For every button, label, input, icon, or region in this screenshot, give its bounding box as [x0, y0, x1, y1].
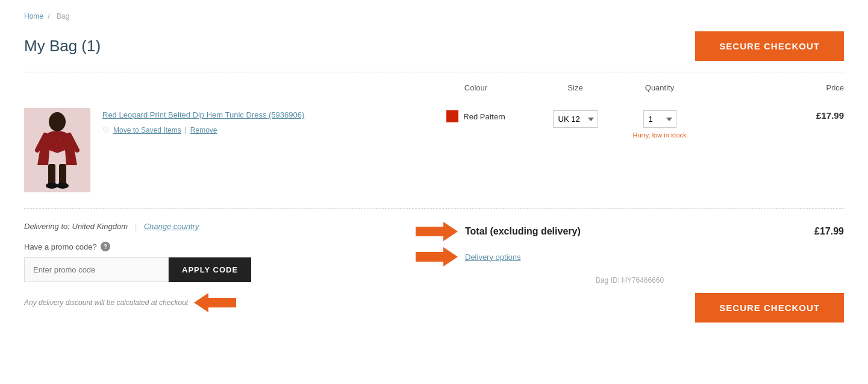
promo-label-text: Have a promo code? — [24, 242, 97, 251]
page-wrapper: Home / Bag My Bag (1) SECURE CHECKOUT Co… — [0, 0, 868, 347]
arrow-left-icon — [194, 293, 236, 312]
product-image — [24, 108, 90, 192]
svg-point-4 — [50, 149, 52, 151]
remove-link[interactable]: Remove — [190, 126, 217, 134]
item-details: Red Leopard Print Belted Dip Hem Tunic D… — [102, 108, 416, 134]
promo-code-input[interactable] — [24, 257, 169, 282]
bottom-section: Delivering to: United Kingdom | Change c… — [24, 222, 844, 323]
size-column: UK 6 UK 8 UK 10 UK 12 UK 14 UK 16 — [536, 108, 614, 128]
arrow-right-icon-total — [416, 222, 458, 241]
svg-marker-10 — [194, 293, 236, 312]
secure-checkout-button-bottom[interactable]: SECURE CHECKOUT — [695, 293, 844, 323]
svg-point-0 — [49, 112, 66, 131]
action-separator: | — [185, 126, 187, 134]
quantity-column: 1 2 3 4 5 Hurry, low in stock — [614, 108, 705, 139]
apply-code-button[interactable]: APPLY CODE — [169, 257, 251, 282]
colour-swatch — [446, 110, 458, 122]
colour-name: Red Pattern — [463, 112, 505, 121]
top-divider — [24, 72, 844, 72]
low-stock-message: Hurry, low in stock — [632, 131, 686, 139]
svg-rect-7 — [59, 164, 66, 185]
heart-icon: ♡ — [102, 125, 110, 134]
delivering-to-label: Delivering to: — [24, 222, 70, 231]
size-select[interactable]: UK 6 UK 8 UK 10 UK 12 UK 14 UK 16 — [553, 110, 598, 128]
promo-help-icon[interactable]: ? — [101, 242, 110, 251]
svg-marker-11 — [416, 222, 458, 241]
arrow-right-icon-delivery — [416, 247, 458, 266]
item-name[interactable]: Red Leopard Print Belted Dip Hem Tunic D… — [102, 110, 416, 119]
move-to-saved-link[interactable]: Move to Saved Items — [113, 126, 181, 134]
bag-id: Bag ID: HY76466660 — [416, 276, 844, 285]
header-row: My Bag (1) SECURE CHECKOUT — [24, 31, 844, 61]
price-column: £17.99 — [705, 108, 844, 121]
product-column: Red Leopard Print Belted Dip Hem Tunic D… — [24, 108, 416, 192]
pipe-separator: | — [135, 222, 137, 231]
right-section: Total (excluding delivery) £17.99 Delive… — [416, 222, 844, 323]
item-actions: ♡ Move to Saved Items | Remove — [102, 125, 416, 134]
promo-label: Have a promo code? ? — [24, 242, 416, 251]
delivery-discount-text: Any delivery discount will be calculated… — [24, 298, 188, 307]
promo-row: APPLY CODE — [24, 257, 416, 282]
breadcrumb: Home / Bag — [24, 12, 844, 20]
total-label: Total (excluding delivery) — [465, 226, 581, 237]
delivery-options-row: Delivery options — [416, 247, 844, 266]
delivery-discount-note: Any delivery discount will be calculated… — [24, 293, 416, 312]
secure-checkout-button-top[interactable]: SECURE CHECKOUT — [695, 31, 844, 61]
delivering-to-country: United Kingdom — [72, 222, 128, 231]
total-row: Total (excluding delivery) £17.99 — [416, 222, 844, 241]
svg-point-3 — [55, 145, 58, 147]
quantity-select[interactable]: 1 2 3 4 5 — [643, 110, 676, 128]
svg-point-2 — [59, 139, 61, 141]
cart-item: Red Leopard Print Belted Dip Hem Tunic D… — [24, 97, 844, 203]
svg-point-1 — [52, 140, 54, 142]
col-header-price: Price — [705, 83, 844, 92]
delivery-info: Delivering to: United Kingdom | Change c… — [24, 222, 416, 231]
svg-point-5 — [62, 147, 64, 150]
page-title: My Bag (1) — [24, 37, 101, 55]
right-inner: Total (excluding delivery) £17.99 Delive… — [416, 222, 844, 323]
left-section: Delivering to: United Kingdom | Change c… — [24, 222, 416, 323]
total-label-group: Total (excluding delivery) — [416, 222, 581, 241]
svg-marker-12 — [416, 247, 458, 266]
col-header-colour: Colour — [416, 83, 536, 92]
total-price: £17.99 — [814, 226, 844, 237]
breadcrumb-separator: / — [48, 12, 49, 20]
change-country-link[interactable]: Change country — [144, 222, 199, 231]
breadcrumb-home[interactable]: Home — [24, 12, 43, 20]
bottom-divider — [24, 208, 844, 209]
col-header-size: Size — [536, 83, 614, 92]
svg-rect-6 — [48, 164, 55, 185]
svg-point-8 — [46, 183, 58, 189]
colour-column: Red Pattern — [416, 108, 536, 122]
delivery-options-link[interactable]: Delivery options — [465, 253, 521, 262]
col-header-quantity: Quantity — [614, 83, 705, 92]
svg-point-9 — [57, 183, 69, 189]
column-headers: Colour Size Quantity Price — [24, 83, 844, 97]
breadcrumb-current: Bag — [57, 12, 69, 20]
